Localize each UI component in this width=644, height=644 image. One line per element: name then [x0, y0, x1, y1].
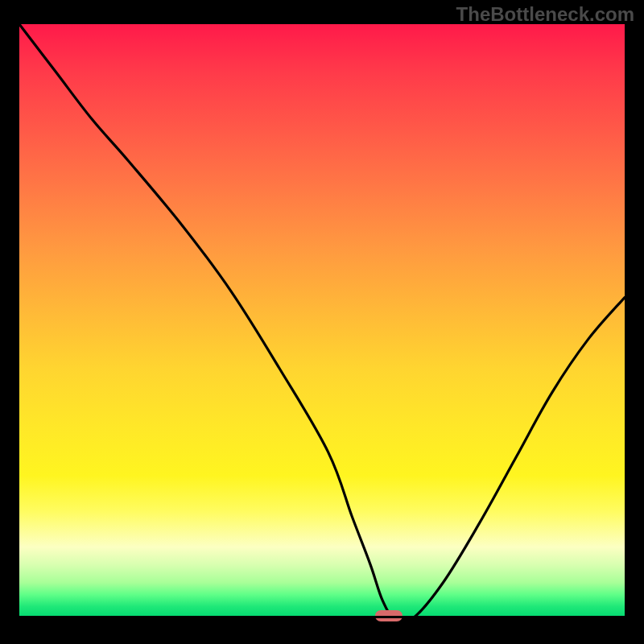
- watermark-text: TheBottleneck.com: [456, 3, 634, 26]
- baseline: [19, 616, 625, 618]
- plot-area: [19, 24, 625, 618]
- bottleneck-curve: [19, 24, 625, 618]
- chart-container: TheBottleneck.com: [0, 0, 644, 644]
